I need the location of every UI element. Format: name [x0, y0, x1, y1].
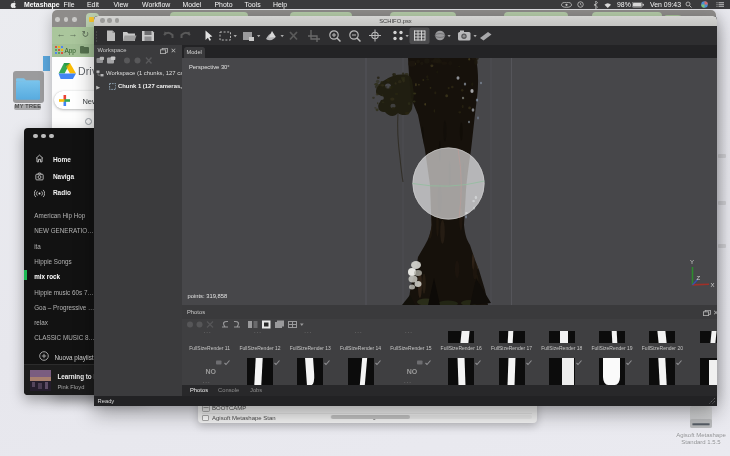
svg-text:Z: Z — [697, 275, 701, 281]
svg-text:Y: Y — [690, 259, 694, 265]
svg-text:X: X — [711, 282, 715, 288]
